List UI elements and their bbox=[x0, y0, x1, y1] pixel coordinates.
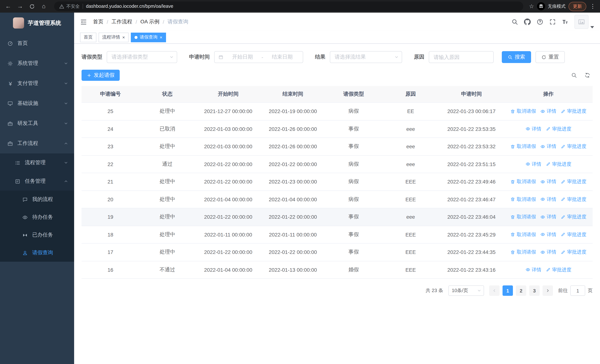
sidebar-item-label: 请假查询 bbox=[32, 250, 74, 256]
bookmark-star-icon[interactable]: ☆ bbox=[529, 3, 534, 10]
progress-link[interactable]: 审批进度 bbox=[561, 249, 586, 255]
address-bar[interactable]: 不安全 dashboard.yudao.iocoder.cn/bpm/oa/le… bbox=[54, 1, 523, 11]
detail-link[interactable]: 详情 bbox=[540, 196, 556, 203]
browser-home-button[interactable]: ⌂ bbox=[39, 2, 48, 11]
page-button-1[interactable]: 1 bbox=[503, 285, 513, 296]
cancel-leave-link[interactable]: 取消请假 bbox=[510, 178, 536, 185]
progress-link[interactable]: 审批进度 bbox=[561, 231, 586, 238]
apply-time-range-picker[interactable]: 开始日期 - 结束日期 bbox=[214, 51, 303, 63]
user-menu[interactable] bbox=[574, 15, 594, 29]
help-icon[interactable] bbox=[537, 19, 543, 25]
cancel-leave-link[interactable]: 取消请假 bbox=[510, 214, 536, 220]
detail-link[interactable]: 详情 bbox=[540, 214, 556, 220]
browser-refresh-button[interactable] bbox=[28, 2, 36, 11]
sidebar-item-pending-tasks[interactable]: 待办任务 bbox=[0, 208, 74, 226]
cell-id: 25 bbox=[82, 103, 139, 120]
progress-link[interactable]: 审批进度 bbox=[561, 143, 586, 150]
workflow-submenu: 流程管理 任务管理 我的流程 bbox=[0, 153, 74, 262]
cancel-leave-link[interactable]: 取消请假 bbox=[510, 249, 536, 255]
progress-link[interactable]: 审批进度 bbox=[546, 125, 571, 132]
detail-link[interactable]: 详情 bbox=[540, 178, 556, 185]
close-icon[interactable]: × bbox=[122, 35, 125, 39]
progress-link[interactable]: 审批进度 bbox=[546, 266, 571, 273]
page-size-select[interactable]: 10条/页 bbox=[449, 285, 484, 296]
cancel-leave-link[interactable]: 取消请假 bbox=[510, 196, 536, 203]
reason-input[interactable] bbox=[429, 51, 494, 63]
url-text[interactable]: dashboard.yudao.iocoder.cn/bpm/oa/leave bbox=[86, 4, 173, 9]
browser-update-button[interactable]: 更新 bbox=[569, 2, 586, 11]
breadcrumb-oa-example[interactable]: OA 示例 bbox=[141, 19, 159, 25]
app-logo[interactable]: 芋道管理系统 bbox=[0, 13, 74, 33]
action-label: 审批进度 bbox=[567, 108, 586, 114]
toggle-search-icon[interactable] bbox=[571, 72, 577, 78]
tab-label: 请假查询 bbox=[140, 34, 158, 40]
sidebar-item-dev-tools[interactable]: 研发工具 bbox=[0, 113, 74, 133]
eye-icon bbox=[540, 144, 545, 149]
sidebar-item-home[interactable]: 首页 bbox=[0, 33, 74, 53]
sidebar-item-payment-management[interactable]: ¥ 支付管理 bbox=[0, 73, 74, 93]
tab-process-detail[interactable]: 流程详情 × bbox=[99, 32, 129, 42]
search-button[interactable]: 搜索 bbox=[502, 51, 531, 63]
close-icon[interactable]: × bbox=[160, 35, 162, 39]
trash-icon bbox=[510, 109, 515, 114]
page-button-2[interactable]: 2 bbox=[516, 285, 526, 296]
detail-link[interactable]: 详情 bbox=[540, 249, 556, 255]
breadcrumb-workflow[interactable]: 工作流程 bbox=[112, 19, 132, 25]
leave-type-select[interactable]: 请选择请假类型 bbox=[107, 51, 177, 63]
cell-status: 处理中 bbox=[139, 191, 196, 208]
progress-link[interactable]: 审批进度 bbox=[561, 196, 586, 203]
table-row: 18 处理中 2022-01-11 00:00:00 2022-01-11 00… bbox=[82, 226, 593, 243]
cancel-leave-link[interactable]: 取消请假 bbox=[510, 143, 536, 150]
action-label: 详情 bbox=[532, 161, 541, 167]
github-icon[interactable] bbox=[524, 19, 531, 25]
breadcrumb-separator: / bbox=[163, 19, 164, 25]
cell-reason: EEE bbox=[383, 173, 439, 191]
browser-forward-button[interactable]: → bbox=[16, 2, 24, 11]
progress-link[interactable]: 审批进度 bbox=[561, 214, 586, 220]
logo-avatar bbox=[13, 18, 24, 28]
sidebar-item-label: 首页 bbox=[18, 40, 74, 47]
sidebar-item-leave-query[interactable]: 请假查询 bbox=[0, 244, 74, 262]
sidebar-item-system-management[interactable]: 系统管理 bbox=[0, 53, 74, 73]
detail-link[interactable]: 详情 bbox=[525, 161, 541, 167]
browser-back-button[interactable]: ← bbox=[4, 2, 13, 11]
detail-link[interactable]: 详情 bbox=[525, 266, 541, 273]
sidebar-item-task-management[interactable]: 任务管理 bbox=[0, 172, 74, 191]
cell-leave-type: 病假 bbox=[325, 173, 383, 191]
next-page-button[interactable] bbox=[543, 285, 553, 296]
table-row: 19 处理中 2022-01-22 00:00:00 2022-01-22 00… bbox=[82, 208, 593, 226]
browser-menu-icon[interactable]: ⋮ bbox=[589, 3, 596, 10]
detail-link[interactable]: 详情 bbox=[540, 108, 556, 114]
sidebar-item-done-tasks[interactable]: 已办任务 bbox=[0, 226, 74, 244]
detail-link[interactable]: 详情 bbox=[540, 231, 556, 238]
progress-link[interactable]: 审批进度 bbox=[561, 108, 586, 114]
cancel-leave-link[interactable]: 取消请假 bbox=[510, 231, 536, 238]
sidebar-item-process-management[interactable]: 流程管理 bbox=[0, 153, 74, 172]
progress-link[interactable]: 审批进度 bbox=[546, 161, 571, 167]
tab-leave-query[interactable]: 请假查询 × bbox=[131, 32, 166, 42]
sidebar-item-infrastructure[interactable]: 基础设施 bbox=[0, 93, 74, 113]
fullscreen-icon[interactable] bbox=[549, 19, 556, 25]
refresh-icon[interactable] bbox=[584, 72, 590, 78]
font-size-icon[interactable] bbox=[562, 19, 569, 25]
create-leave-button[interactable]: 发起请假 bbox=[82, 70, 120, 81]
page-button-3[interactable]: 3 bbox=[529, 285, 540, 296]
detail-link[interactable]: 详情 bbox=[525, 125, 541, 132]
sidebar-item-workflow[interactable]: 工作流程 bbox=[0, 133, 74, 153]
goto-page-input[interactable] bbox=[570, 285, 585, 296]
detail-link[interactable]: 详情 bbox=[540, 143, 556, 150]
cancel-leave-link[interactable]: 取消请假 bbox=[510, 108, 536, 114]
sidebar-item-my-processes[interactable]: 我的流程 bbox=[0, 191, 74, 208]
sidebar-item-label: 我的流程 bbox=[32, 196, 74, 203]
breadcrumb-home[interactable]: 首页 bbox=[93, 19, 103, 25]
result-select[interactable]: 请选择流结果 bbox=[330, 51, 402, 63]
security-status[interactable]: 不安全 bbox=[59, 3, 80, 9]
prev-page-button[interactable] bbox=[489, 285, 500, 296]
reset-button[interactable]: 重置 bbox=[535, 51, 565, 63]
sidebar-item-label: 工作流程 bbox=[18, 140, 60, 147]
column-header-actions: 操作 bbox=[504, 86, 593, 103]
tab-home[interactable]: 首页 bbox=[80, 32, 96, 42]
sidebar-fold-icon[interactable] bbox=[80, 18, 87, 25]
progress-link[interactable]: 审批进度 bbox=[561, 178, 586, 185]
search-icon[interactable] bbox=[511, 19, 518, 25]
